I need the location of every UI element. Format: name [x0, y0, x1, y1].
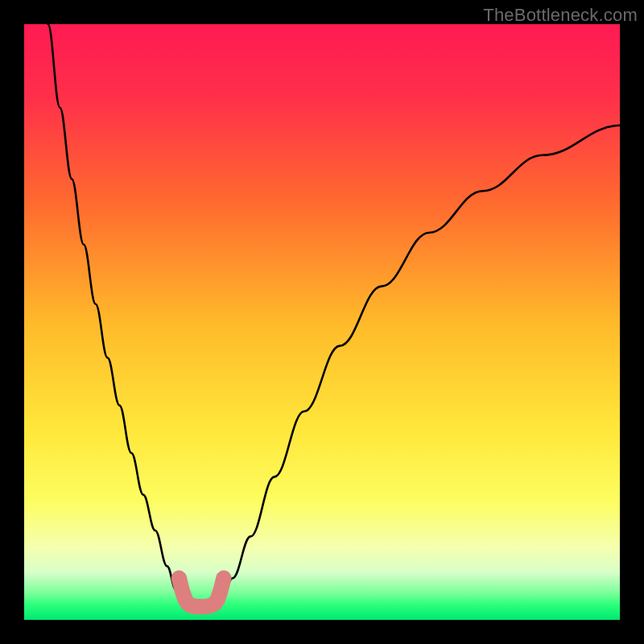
curve-left [48, 24, 185, 602]
curve-layer [24, 24, 620, 620]
curve-right [221, 126, 620, 602]
plot-area [24, 24, 620, 620]
watermark-text: TheBottleneck.com [483, 5, 638, 26]
highlight-marker [179, 578, 224, 607]
chart-frame: TheBottleneck.com [0, 0, 644, 644]
